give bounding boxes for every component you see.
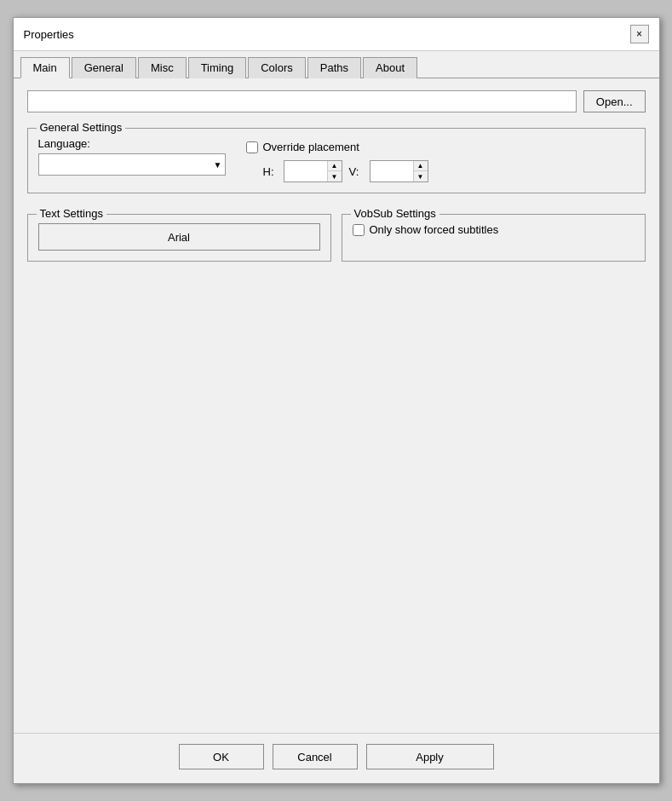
file-input[interactable]: [27, 90, 577, 112]
vobsub-settings-legend: VobSub Settings: [351, 207, 439, 220]
h-label: H:: [263, 165, 277, 178]
content-area: Open... General Settings Language: ▼: [14, 78, 659, 733]
v-value-input[interactable]: 90: [370, 161, 413, 182]
tab-timing[interactable]: Timing: [188, 57, 247, 78]
font-button[interactable]: Arial: [38, 223, 320, 251]
forced-subtitles-label: Only show forced subtitles: [370, 223, 499, 236]
file-row: Open...: [27, 90, 646, 112]
placement-section: Override placement H: 50 ▲ ▼ V:: [246, 141, 428, 182]
settings-row: Text Settings Arial VobSub Settings Only…: [27, 209, 646, 262]
override-placement-checkbox[interactable]: [246, 141, 258, 153]
dialog-title: Properties: [24, 28, 74, 41]
v-spinner-buttons: ▲ ▼: [413, 161, 428, 182]
v-spinner: 90 ▲ ▼: [370, 160, 428, 182]
language-select-wrapper: ▼: [38, 153, 226, 176]
cancel-button[interactable]: Cancel: [273, 744, 358, 769]
apply-button[interactable]: Apply: [366, 744, 494, 769]
general-settings-inner: Language: ▼ Override placement: [38, 137, 635, 182]
text-settings-group: Text Settings Arial: [27, 214, 331, 262]
h-value-input[interactable]: 50: [284, 161, 327, 182]
open-button[interactable]: Open...: [583, 90, 646, 112]
language-label: Language:: [38, 137, 226, 150]
ok-button[interactable]: OK: [179, 744, 264, 769]
h-increment-button[interactable]: ▲: [328, 161, 342, 171]
vobsub-settings-group: VobSub Settings Only show forced subtitl…: [342, 214, 646, 262]
close-button[interactable]: ×: [630, 25, 649, 43]
tab-bar: Main General Misc Timing Colors Paths Ab…: [14, 51, 659, 78]
content-spacer: [27, 272, 646, 721]
general-settings-legend: General Settings: [37, 121, 126, 134]
title-bar: Properties ×: [14, 18, 659, 51]
tab-general[interactable]: General: [72, 57, 136, 78]
tab-main[interactable]: Main: [20, 57, 70, 78]
forced-subtitles-checkbox[interactable]: [353, 224, 365, 236]
text-settings-legend: Text Settings: [37, 207, 106, 220]
language-section: Language: ▼: [38, 137, 226, 176]
h-spinner: 50 ▲ ▼: [284, 160, 342, 182]
general-settings-group: General Settings Language: ▼: [27, 128, 646, 193]
override-placement-row: Override placement: [246, 141, 428, 153]
tab-colors[interactable]: Colors: [248, 57, 306, 78]
language-select[interactable]: [38, 153, 226, 176]
hv-row: H: 50 ▲ ▼ V: 90 ▲: [263, 160, 428, 182]
properties-dialog: Properties × Main General Misc Timing Co…: [13, 17, 660, 784]
v-decrement-button[interactable]: ▼: [414, 171, 428, 182]
tab-about[interactable]: About: [363, 57, 417, 78]
v-label: V:: [349, 165, 363, 178]
tab-paths[interactable]: Paths: [307, 57, 361, 78]
tab-misc[interactable]: Misc: [138, 57, 187, 78]
button-bar: OK Cancel Apply: [14, 733, 659, 783]
override-placement-label: Override placement: [263, 141, 359, 153]
v-increment-button[interactable]: ▲: [414, 161, 428, 171]
h-spinner-buttons: ▲ ▼: [327, 161, 342, 182]
forced-subtitles-row: Only show forced subtitles: [353, 223, 635, 236]
h-decrement-button[interactable]: ▼: [328, 171, 342, 182]
